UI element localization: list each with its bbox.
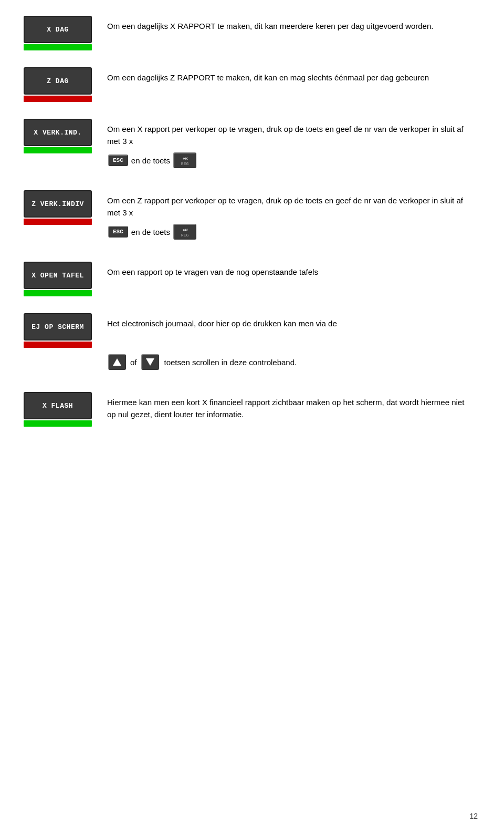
text-x-flash: Hiermee kan men een kort X financieel ra… (107, 392, 472, 421)
button-x-verk-ind: X VERK.IND. (21, 119, 94, 153)
panel-ej-op-scherm: EJ OP SCHERM (24, 313, 92, 340)
section-x-open-tafel: X OPEN TAFEL Om een rapport op te vragen… (21, 262, 472, 296)
x-verk-ind-keys-row: ESC en de toets «« REG (107, 152, 472, 168)
z-verk-indiv-top: Z VERK.INDIV Om een Z rapport per verkop… (21, 190, 472, 225)
scroll-up-button[interactable] (108, 354, 126, 370)
text-x-dag: Om een dagelijks X RAPPORT te maken, dit… (107, 16, 472, 32)
scroll-of-text: of (130, 358, 137, 367)
reg-key-z-verk: «« REG (173, 224, 196, 240)
indicator-bar-x-verk-ind (24, 147, 92, 153)
text-en-de-toets-x-verk: en de toets (131, 156, 170, 165)
text-x-verk-ind: Om een X rapport per verkoper op te vrag… (107, 119, 472, 148)
reg-label-x-verk: REG (181, 161, 188, 166)
ej-op-scherm-top: EJ OP SCHERM Het electronisch journaal, … (21, 313, 472, 348)
z-verk-indiv-keys-row: ESC en de toets «« REG (107, 224, 472, 240)
indicator-bar-x-flash (24, 420, 92, 427)
up-arrow-icon (112, 357, 122, 367)
esc-key-z-verk: ESC (108, 226, 128, 238)
panel-x-flash: X FLASH (24, 392, 92, 419)
panel-label-x-flash: X FLASH (43, 402, 73, 410)
svg-marker-0 (113, 358, 121, 366)
page-number: 12 (469, 812, 478, 820)
reg-arrows-z-verk: «« (183, 226, 187, 233)
panel-label-z-dag: Z DAG (47, 77, 69, 85)
reg-label-z-verk: REG (181, 233, 188, 238)
x-verk-ind-top: X VERK.IND. Om een X rapport per verkope… (21, 119, 472, 153)
scroll-text: toetsen scrollen in deze controleband. (164, 358, 297, 367)
panel-z-dag: Z DAG (24, 67, 92, 95)
panel-label-ej-op-scherm: EJ OP SCHERM (32, 323, 84, 331)
text-ej-op-scherm: Het electronisch journaal, door hier op … (107, 313, 472, 329)
indicator-bar-x-dag (24, 44, 92, 50)
down-arrow-icon (145, 357, 155, 367)
panel-label-x-verk-ind: X VERK.IND. (34, 129, 81, 137)
text-x-open-tafel: Om een rapport op te vragen van de nog o… (107, 262, 472, 278)
esc-key-x-verk: ESC (108, 154, 128, 166)
section-ej-op-scherm: EJ OP SCHERM Het electronisch journaal, … (21, 313, 472, 375)
scroll-down-button[interactable] (141, 354, 159, 370)
indicator-bar-ej-op-scherm (24, 342, 92, 348)
section-z-dag: Z DAG Om een dagelijks Z RAPPORT te make… (21, 67, 472, 102)
reg-key-inner-z-verk: «« REG (181, 226, 188, 238)
panel-label-z-verk-indiv: Z VERK.INDIV (32, 200, 84, 208)
button-x-open-tafel: X OPEN TAFEL (21, 262, 94, 296)
reg-arrows-x-verk: «« (183, 155, 187, 161)
section-x-dag: X DAG Om een dagelijks X RAPPORT te make… (21, 16, 472, 50)
indicator-bar-x-open-tafel (24, 290, 92, 296)
section-z-verk-indiv: Z VERK.INDIV Om een Z rapport per verkop… (21, 190, 472, 245)
button-ej-op-scherm: EJ OP SCHERM (21, 313, 94, 348)
panel-label-x-dag: X DAG (47, 26, 69, 34)
indicator-bar-z-dag (24, 96, 92, 102)
panel-x-open-tafel: X OPEN TAFEL (24, 262, 92, 289)
panel-label-x-open-tafel: X OPEN TAFEL (32, 272, 84, 280)
reg-key-x-verk: «« REG (173, 152, 196, 168)
text-en-de-toets-z-verk: en de toets (131, 228, 170, 236)
svg-marker-1 (146, 358, 154, 366)
button-z-dag: Z DAG (21, 67, 94, 102)
scroll-arrows-row: of toetsen scrollen in deze controleband… (107, 354, 472, 370)
button-x-dag: X DAG (21, 16, 94, 50)
button-z-verk-indiv: Z VERK.INDIV (21, 190, 94, 225)
text-z-dag: Om een dagelijks Z RAPPORT te maken, dit… (107, 67, 472, 84)
indicator-bar-z-verk-indiv (24, 219, 92, 225)
button-x-flash: X FLASH (21, 392, 94, 427)
text-z-verk-indiv: Om een Z rapport per verkoper op te vrag… (107, 190, 472, 219)
panel-z-verk-indiv: Z VERK.INDIV (24, 190, 92, 218)
reg-key-inner-x-verk: «« REG (181, 155, 188, 166)
panel-x-verk-ind: X VERK.IND. (24, 119, 92, 146)
panel-x-dag: X DAG (24, 16, 92, 43)
section-x-flash: X FLASH Hiermee kan men een kort X finan… (21, 392, 472, 427)
section-x-verk-ind: X VERK.IND. Om een X rapport per verkope… (21, 119, 472, 173)
